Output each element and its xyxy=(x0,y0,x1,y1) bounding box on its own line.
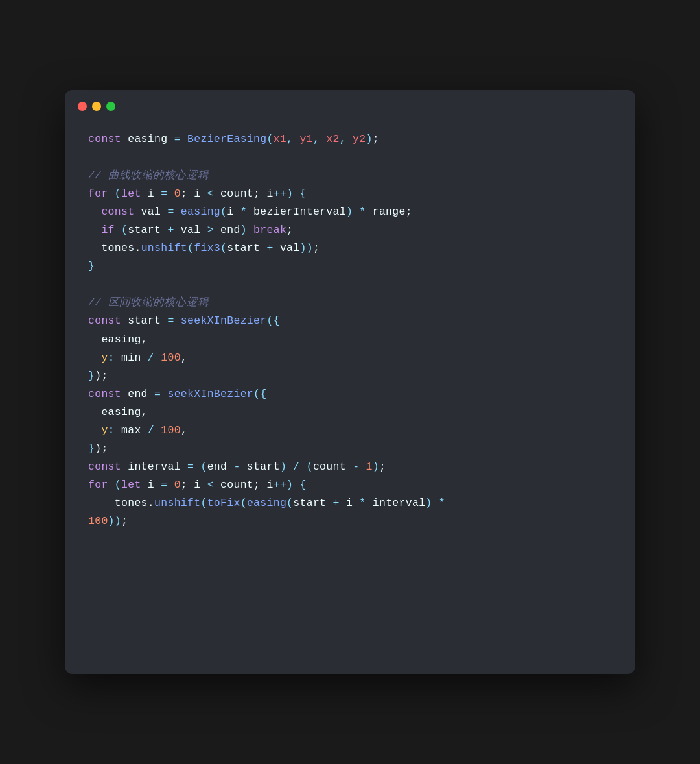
code-line-1: const easing = BezierEasing(x1, y1, x2, … xyxy=(88,130,612,149)
blank-line-1 xyxy=(88,149,612,167)
code-line-18: 100)); xyxy=(88,512,612,531)
code-line-7: const start = seekXInBezier({ xyxy=(88,312,612,330)
code-line-6: } xyxy=(88,257,612,276)
code-line-16: for (let i = 0; i < count; i++) { xyxy=(88,476,612,494)
code-line-14: }); xyxy=(88,440,612,458)
code-line-12: easing, xyxy=(88,403,612,422)
code-line-11: const end = seekXInBezier({ xyxy=(88,385,612,403)
maximize-button[interactable] xyxy=(106,102,115,111)
code-editor: const easing = BezierEasing(x1, y1, x2, … xyxy=(65,120,635,556)
code-comment-1: // 曲线收缩的核心逻辑 xyxy=(88,167,612,185)
code-window: const easing = BezierEasing(x1, y1, x2, … xyxy=(65,90,635,674)
code-line-4: if (start + val > end) break; xyxy=(88,221,612,239)
code-line-5: tones.unshift(fix3(start + val)); xyxy=(88,239,612,257)
titlebar xyxy=(65,90,635,120)
code-comment-2: // 区间收缩的核心逻辑 xyxy=(88,294,612,312)
code-line-17: tones.unshift(toFix(easing(start + i * i… xyxy=(88,494,612,512)
code-line-3: const val = easing(i * bezierInterval) *… xyxy=(88,203,612,221)
code-line-8: easing, xyxy=(88,331,612,349)
code-line-13: y: max / 100, xyxy=(88,422,612,440)
code-line-2: for (let i = 0; i < count; i++) { xyxy=(88,185,612,203)
code-line-10: }); xyxy=(88,367,612,385)
minimize-button[interactable] xyxy=(92,102,101,111)
blank-line-2 xyxy=(88,276,612,294)
close-button[interactable] xyxy=(78,102,87,111)
code-line-9: y: min / 100, xyxy=(88,349,612,367)
code-line-15: const interval = (end - start) / (count … xyxy=(88,458,612,476)
